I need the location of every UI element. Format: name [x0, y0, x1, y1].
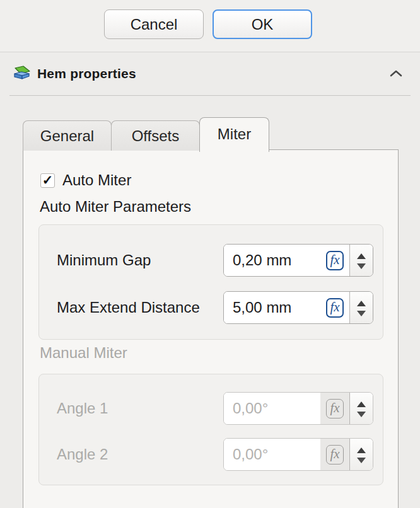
auto-group-title: Auto Miter Parameters: [40, 198, 191, 216]
fx-button: fx: [326, 445, 344, 465]
stepper-down-arrow[interactable]: [350, 260, 373, 269]
stepper-up-arrow[interactable]: [350, 299, 373, 308]
fx-button[interactable]: fx: [326, 298, 344, 318]
angle-1-field: 0,00° fx: [223, 392, 373, 425]
tab-offsets[interactable]: Offsets: [111, 120, 200, 151]
chevron-up-icon[interactable]: [387, 67, 405, 79]
tab-miter[interactable]: Miter: [199, 117, 269, 152]
minimum-gap-stepper: [349, 245, 373, 276]
minimum-gap-input[interactable]: 0,20 mm fx: [224, 245, 349, 276]
hem-icon: [13, 66, 30, 81]
stepper-down-arrow: [350, 454, 373, 463]
angle-1-row: Angle 1 0,00° fx: [39, 392, 383, 425]
section-divider: [9, 95, 411, 96]
miter-tab-panel: ✓ Auto Miter Auto Miter Parameters Minim…: [23, 149, 399, 508]
auto-miter-checkbox-row: ✓ Auto Miter: [40, 171, 131, 189]
auto-miter-parameters-group: Minimum Gap 0,20 mm fx Max Extend Dis: [38, 224, 383, 340]
fx-button: fx: [326, 399, 344, 419]
manual-group-title: Manual Miter: [40, 344, 127, 362]
angle-1-input: 0,00° fx: [224, 393, 349, 424]
auto-miter-label: Auto Miter: [62, 171, 131, 189]
angle-1-stepper: [349, 393, 373, 424]
fx-button[interactable]: fx: [326, 251, 344, 270]
max-extend-distance-input[interactable]: 5,00 mm fx: [224, 292, 349, 323]
angle-2-label: Angle 2: [57, 446, 108, 463]
stepper-up-arrow: [350, 400, 373, 408]
max-extend-distance-row: Max Extend Distance 5,00 mm fx: [39, 291, 383, 324]
max-extend-distance-value: 5,00 mm: [233, 299, 291, 316]
max-extend-distance-field: 5,00 mm fx: [223, 291, 373, 324]
cancel-button[interactable]: Cancel: [104, 9, 204, 39]
angle-2-value: 0,00°: [233, 446, 268, 463]
angle-1-value: 0,00°: [233, 400, 268, 417]
manual-miter-group: Angle 1 0,00° fx Angle 2: [38, 374, 383, 485]
angle-1-label: Angle 1: [57, 400, 108, 417]
minimum-gap-row: Minimum Gap 0,20 mm fx: [39, 244, 383, 277]
minimum-gap-field: 0,20 mm fx: [223, 244, 373, 277]
checkmark-icon: ✓: [42, 173, 54, 187]
hem-properties-dialog: Cancel OK Hem properties General Offsets…: [0, 0, 420, 508]
angle-2-row: Angle 2 0,00° fx: [39, 438, 383, 471]
tab-general[interactable]: General: [23, 120, 112, 151]
max-extend-distance-stepper: [349, 292, 373, 323]
minimum-gap-label: Minimum Gap: [57, 251, 151, 269]
stepper-up-arrow[interactable]: [350, 251, 373, 260]
section-header: Hem properties: [0, 52, 420, 95]
auto-miter-checkbox[interactable]: ✓: [40, 173, 55, 188]
section-title: Hem properties: [37, 66, 136, 81]
dialog-button-bar: Cancel OK: [0, 0, 420, 52]
stepper-up-arrow: [350, 446, 373, 454]
angle-2-stepper: [349, 439, 373, 470]
max-extend-distance-label: Max Extend Distance: [57, 299, 200, 316]
angle-2-field: 0,00° fx: [223, 438, 373, 471]
ok-button[interactable]: OK: [213, 9, 312, 39]
stepper-down-arrow[interactable]: [350, 308, 373, 316]
tab-bar: General Offsets Miter: [23, 116, 269, 151]
minimum-gap-value: 0,20 mm: [233, 251, 291, 269]
angle-2-input: 0,00° fx: [224, 439, 349, 470]
stepper-down-arrow: [350, 408, 373, 417]
